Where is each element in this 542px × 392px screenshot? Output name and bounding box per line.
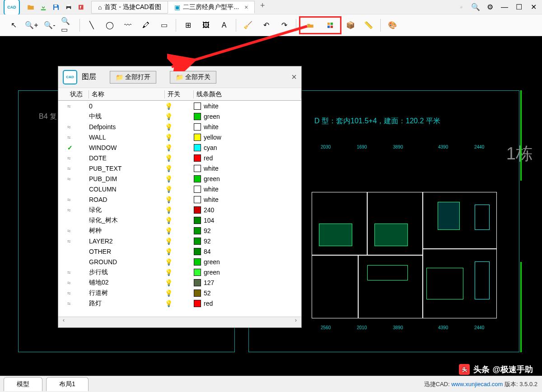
status-url[interactable]: www.xunjiecad.com — [451, 381, 503, 387]
save-icon[interactable] — [51, 2, 61, 12]
pan-tool[interactable]: ↖ — [7, 19, 20, 32]
layer-row[interactable]: GROUND💡green — [58, 257, 301, 267]
open-all-button[interactable]: 📁全部打开 — [110, 71, 156, 84]
lightbulb-icon[interactable]: 💡 — [165, 238, 194, 245]
color-swatch[interactable] — [194, 196, 201, 203]
zoom-out-tool[interactable]: 🔍- — [43, 19, 56, 32]
zoom-in-tool[interactable]: 🔍+ — [25, 19, 38, 32]
col-name[interactable]: 名称 — [89, 90, 165, 98]
toggle-all-button[interactable]: 📁全部开关 — [170, 71, 216, 84]
layer-row[interactable]: ≈DOTE💡red — [58, 153, 301, 163]
color-swatch[interactable] — [194, 206, 201, 214]
dialog-close-icon[interactable]: × — [291, 72, 297, 82]
lightbulb-icon[interactable]: 💡 — [165, 217, 194, 224]
color-swatch[interactable] — [194, 258, 201, 266]
lightbulb-icon[interactable]: 💡 — [165, 154, 194, 162]
redo-tool[interactable]: ↷ — [277, 19, 291, 32]
color-swatch[interactable] — [194, 238, 201, 245]
tab-model[interactable]: 模型 — [4, 377, 42, 391]
text-tool[interactable]: A — [217, 19, 231, 32]
color-swatch[interactable] — [194, 269, 201, 276]
lightbulb-icon[interactable]: 💡 — [165, 289, 194, 297]
layer-row[interactable]: ≈PUB_TEXT💡white — [58, 163, 301, 173]
color-swatch[interactable] — [194, 144, 201, 151]
close-window-icon[interactable]: ✕ — [528, 3, 538, 11]
maximize-icon[interactable]: ☐ — [514, 3, 524, 11]
color-swatch[interactable] — [194, 279, 201, 286]
col-status[interactable]: 状态 — [67, 90, 89, 98]
lightbulb-icon[interactable]: 💡 — [165, 279, 194, 286]
lightbulb-icon[interactable]: 💡 — [165, 196, 194, 203]
convert-icon[interactable] — [76, 2, 86, 12]
circle-tool[interactable]: ◯ — [103, 19, 117, 32]
screenshot-icon[interactable]: ▫️ — [456, 3, 466, 11]
lightbulb-icon[interactable]: 💡 — [165, 258, 194, 266]
erase-tool[interactable]: 🧹 — [241, 19, 255, 32]
rect-tool[interactable]: ▭ — [157, 19, 171, 32]
layer-row[interactable]: ≈LAYER2💡92 — [58, 236, 301, 246]
print-icon[interactable] — [64, 2, 74, 12]
3d-tool[interactable]: 📦 — [344, 19, 357, 32]
lightbulb-icon[interactable]: 💡 — [165, 206, 194, 214]
layer-row[interactable]: ≈Defpoints💡white — [58, 121, 301, 132]
color-swatch[interactable] — [194, 134, 201, 141]
lightbulb-icon[interactable]: 💡 — [165, 186, 194, 193]
color-tool[interactable]: 🎨 — [386, 19, 399, 32]
lightbulb-icon[interactable]: 💡 — [165, 269, 194, 276]
layer-row[interactable]: COLUMN💡white — [58, 184, 301, 194]
lightbulb-icon[interactable]: 💡 — [165, 144, 194, 151]
tab-document[interactable]: ▣ 二三房经典户型平... × — [168, 1, 255, 14]
lightbulb-icon[interactable]: 💡 — [165, 175, 194, 182]
image-tool[interactable]: 🖼 — [199, 19, 213, 32]
color-swatch[interactable] — [194, 103, 201, 110]
layer-row[interactable]: ≈绿化💡240 — [58, 205, 301, 215]
col-switch[interactable]: 开关 — [165, 90, 194, 98]
layer-row[interactable]: ≈树种💡92 — [58, 225, 301, 236]
color-swatch[interactable] — [194, 154, 201, 162]
layer-row[interactable]: ≈WALL💡yellow — [58, 132, 301, 142]
layer-row[interactable]: ≈路灯💡red — [58, 298, 301, 308]
color-swatch[interactable] — [194, 113, 201, 120]
col-color[interactable]: 线条颜色 — [194, 90, 301, 98]
lightbulb-icon[interactable]: 💡 — [165, 248, 194, 255]
tab-layout1[interactable]: 布局1 — [46, 377, 89, 391]
color-swatch[interactable] — [194, 248, 201, 255]
lightbulb-icon[interactable]: 💡 — [165, 113, 194, 120]
lightbulb-icon[interactable]: 💡 — [165, 103, 194, 110]
minimize-icon[interactable]: — — [500, 3, 509, 11]
download-icon[interactable] — [38, 2, 48, 12]
color-swatch[interactable] — [194, 289, 201, 297]
layer-row[interactable]: ≈步行线💡green — [58, 267, 301, 277]
layer-display-tool[interactable] — [304, 19, 317, 32]
settings-icon[interactable]: ⚙ — [485, 3, 495, 11]
new-tab-button[interactable]: + — [257, 1, 268, 14]
layer-row[interactable]: OTHER💡84 — [58, 246, 301, 257]
tab-close-icon[interactable]: × — [244, 4, 248, 11]
measure-tool[interactable]: 📏 — [362, 19, 375, 32]
lightbulb-icon[interactable]: 💡 — [165, 134, 194, 141]
color-swatch[interactable] — [194, 175, 201, 182]
window-tool[interactable]: ⊞ — [181, 19, 195, 32]
color-swatch[interactable] — [194, 300, 201, 307]
layer-row[interactable]: ≈PUB_DIM💡green — [58, 173, 301, 184]
line-tool[interactable]: ╲ — [85, 19, 98, 32]
layer-row[interactable]: ✓WINDOW💡cyan — [58, 142, 301, 153]
zoom-extent-tool[interactable]: 🔍▭ — [61, 19, 75, 32]
highlight-tool[interactable]: 🖍 — [139, 19, 153, 32]
lightbulb-icon[interactable]: 💡 — [165, 123, 194, 131]
scrollbar-horizontal[interactable]: ‹› — [58, 317, 301, 326]
layer-list[interactable]: ≈0💡white中线💡green≈Defpoints💡white≈WALL💡ye… — [58, 101, 301, 317]
color-swatch[interactable] — [194, 217, 201, 224]
open-icon[interactable] — [26, 2, 36, 12]
lightbulb-icon[interactable]: 💡 — [165, 300, 194, 307]
color-swatch[interactable] — [194, 123, 201, 131]
undo-tool[interactable]: ↶ — [259, 19, 273, 32]
layer-switch-tool[interactable] — [323, 19, 337, 32]
zoom-icon[interactable]: 🔍 — [471, 3, 481, 11]
layer-row[interactable]: ≈铺地02💡127 — [58, 277, 301, 288]
color-swatch[interactable] — [194, 227, 201, 234]
color-swatch[interactable] — [194, 186, 201, 193]
tab-home[interactable]: ⌂ 首页 - 迅捷CAD看图 — [91, 1, 168, 14]
polyline-tool[interactable]: 〰 — [121, 19, 135, 32]
layer-row[interactable]: ≈行道树💡52 — [58, 288, 301, 298]
